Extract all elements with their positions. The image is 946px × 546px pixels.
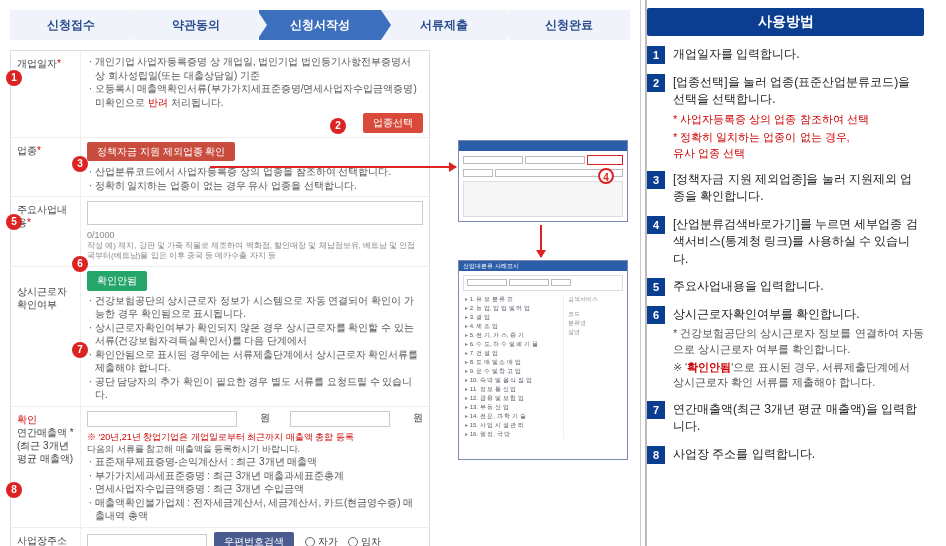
callout-1: 1 bbox=[6, 70, 22, 86]
help-title: 사용방법 bbox=[647, 8, 924, 36]
step-4: 서류제출 bbox=[383, 10, 505, 40]
step-5: 신청완료 bbox=[508, 10, 630, 40]
note-open-date-1: 개인기업 사업자등록증명 상 개업일, 법인기업 법인등기사항전부증명서 상 회… bbox=[87, 55, 423, 82]
modal-industry-list: 산업대분류 사례표시 1. 유 보 분 류 표2. 농 업, 임 업 및 어 업… bbox=[458, 260, 628, 460]
sales-l1: 표준재무제표증명-손익계산서 : 최근 3개년 매출액 bbox=[87, 455, 423, 469]
own-radio-1[interactable] bbox=[305, 537, 315, 546]
help-panel: 사용방법 1개업일자를 입력합니다.2[업종선택]을 눌러 업종(표준산업분류코… bbox=[640, 0, 930, 546]
help-item-6: 6상시근로자확인여부를 확인합니다.* 건강보험공단의 상시근로자 정보를 연결… bbox=[647, 306, 924, 391]
callout-3: 3 bbox=[72, 156, 88, 172]
help-item-4: 4[산업분류검색바로가기]를 누르면 세부업종 검색서비스(통계청 링크)를 사… bbox=[647, 216, 924, 268]
sales-l2: 부가가치세과세표준증명 : 최근 3개년 매출과세표준총계 bbox=[87, 469, 423, 483]
help-num: 3 bbox=[647, 171, 665, 189]
help-num: 6 bbox=[647, 306, 665, 324]
sales-l4: 매출액확인불가업체 : 전자세금계산서, 세금계산서, 카드(현금영수증) 매출… bbox=[87, 496, 423, 523]
label-open-date: 개업일자* bbox=[11, 51, 81, 137]
label-biz-addr: 사업장주소(본점) bbox=[11, 528, 81, 546]
label-employee-check: 상시근로자확인여부 bbox=[11, 267, 81, 406]
step-3: 신청서작성 bbox=[259, 10, 381, 40]
callout-7: 7 bbox=[72, 342, 88, 358]
note-emp-2: 상시근로자확인여부가 확인되지 않은 경우 상시근로자를 확인할 수 있는 서류… bbox=[87, 321, 423, 348]
help-num: 7 bbox=[647, 401, 665, 419]
vertical-divider bbox=[645, 0, 647, 546]
won-suffix-1: 원 bbox=[260, 411, 270, 427]
help-body: 사업장 주소를 입력합니다. bbox=[673, 446, 924, 464]
help-item-2: 2[업종선택]을 눌러 업종(표준산업분류코드)을 선택을 선택합니다.* 사업… bbox=[647, 74, 924, 161]
help-num: 1 bbox=[647, 46, 665, 64]
label-annual-sales: 확인연간매출액 * (최근 3개년 평균 매출액) bbox=[11, 407, 81, 527]
label-main-biz: 주요사업내용* bbox=[11, 197, 81, 266]
callout-6: 6 bbox=[72, 256, 88, 272]
callout-8: 8 bbox=[6, 482, 22, 498]
help-body: [업종선택]을 눌러 업종(표준산업분류코드)을 선택을 선택합니다.* 사업자… bbox=[673, 74, 924, 161]
char-count: 0/1000 bbox=[87, 229, 423, 241]
stepper: 신청접수 약관동의 신청서작성 서류제출 신청완료 bbox=[10, 10, 630, 40]
sales-l0: 다음의 서류를 참고해 매출액을 등록하시기 바랍니다. bbox=[87, 443, 423, 455]
select-sector-button[interactable]: 업종선택 bbox=[363, 113, 423, 133]
arrow-to-modal bbox=[210, 166, 456, 168]
arrow-down-modal bbox=[540, 225, 542, 257]
rent-radio-1[interactable] bbox=[348, 537, 358, 546]
zip-search-button-1[interactable]: 우편번호검색 bbox=[214, 532, 294, 546]
help-num: 8 bbox=[647, 446, 665, 464]
modal2-title: 산업대분류 사례표시 bbox=[459, 261, 627, 271]
help-item-3: 3[정책자금 지원 제외업종]을 눌러 지원제외 업종을 확인합니다. bbox=[647, 171, 924, 206]
callout-4: 4 bbox=[598, 168, 614, 184]
employee-check-badge: 확인안됨 bbox=[87, 271, 147, 291]
help-item-5: 5주요사업내용을 입력합니다. bbox=[647, 278, 924, 296]
help-body: [산업분류검색바로가기]를 누르면 세부업종 검색서비스(통계청 링크)를 사용… bbox=[673, 216, 924, 268]
help-item-8: 8사업장 주소를 입력합니다. bbox=[647, 446, 924, 464]
step-2: 약관동의 bbox=[134, 10, 256, 40]
note-sector-2: 정확히 일치하는 업종이 없는 경우 유사 업종을 선택합니다. bbox=[87, 179, 423, 193]
sales-input-2[interactable] bbox=[290, 411, 390, 427]
label-sector: 업종* bbox=[11, 138, 81, 197]
main-biz-textarea[interactable] bbox=[87, 201, 423, 225]
help-body: [정책자금 지원 제외업종]을 눌러 지원제외 업종을 확인합니다. bbox=[673, 171, 924, 206]
help-item-7: 7연간매출액(최근 3개년 평균 매출액)을 입력합니다. bbox=[647, 401, 924, 436]
won-suffix-2: 원 bbox=[413, 411, 423, 427]
application-form: 개업일자* 개인기업 사업자등록증명 상 개업일, 법인기업 법인등기사항전부증… bbox=[10, 50, 430, 546]
note-emp-1: 건강보험공단의 상시근로자 정보가 시스템으로 자동 연결되어 확인이 가능한 … bbox=[87, 294, 423, 321]
help-num: 4 bbox=[647, 216, 665, 234]
help-body: 상시근로자확인여부를 확인합니다.* 건강보험공단의 상시근로자 정보를 연결하… bbox=[673, 306, 924, 391]
addr-input-1[interactable] bbox=[87, 534, 207, 546]
help-item-1: 1개업일자를 입력합니다. bbox=[647, 46, 924, 64]
note-emp-4: 공단 담당자의 추가 확인이 필요한 경우 별도 서류를 요청드릴 수 있습니다… bbox=[87, 375, 423, 402]
help-body: 연간매출액(최근 3개년 평균 매출액)을 입력합니다. bbox=[673, 401, 924, 436]
help-body: 개업일자를 입력합니다. bbox=[673, 46, 924, 64]
help-num: 2 bbox=[647, 74, 665, 92]
sales-input-1[interactable] bbox=[87, 411, 237, 427]
callout-5: 5 bbox=[6, 214, 22, 230]
excluded-sector-button[interactable]: 정책자금 지원 제외업종 확인 bbox=[87, 142, 235, 162]
own-label-1: 자가 bbox=[318, 536, 338, 546]
note-open-date-2: 오등록시 매출액확인서류(부가가치세표준증명/면세사업자수입금액증명) 미확인으… bbox=[87, 82, 423, 109]
rent-label-1: 임차 bbox=[361, 536, 381, 546]
help-body: 주요사업내용을 입력합니다. bbox=[673, 278, 924, 296]
callout-2: 2 bbox=[330, 118, 346, 134]
sales-l3: 면세사업자수입금액증명 : 최근 3개년 수입금액 bbox=[87, 482, 423, 496]
sales-red-note: ※ '20년,21년 창업기업은 개업일로부터 최근까지 매출액 총합 등록 bbox=[87, 431, 423, 443]
help-num: 5 bbox=[647, 278, 665, 296]
note-emp-3: 확인안됨으로 표시된 경우에는 서류제출단계에서 상시근로자 확인서류를 제출해… bbox=[87, 348, 423, 375]
main-biz-hint: 작성 예) 제지, 강판 및 가죽 직물로 제조하여 백화점, 할인매장 및 체… bbox=[87, 241, 423, 263]
step-1: 신청접수 bbox=[10, 10, 132, 40]
